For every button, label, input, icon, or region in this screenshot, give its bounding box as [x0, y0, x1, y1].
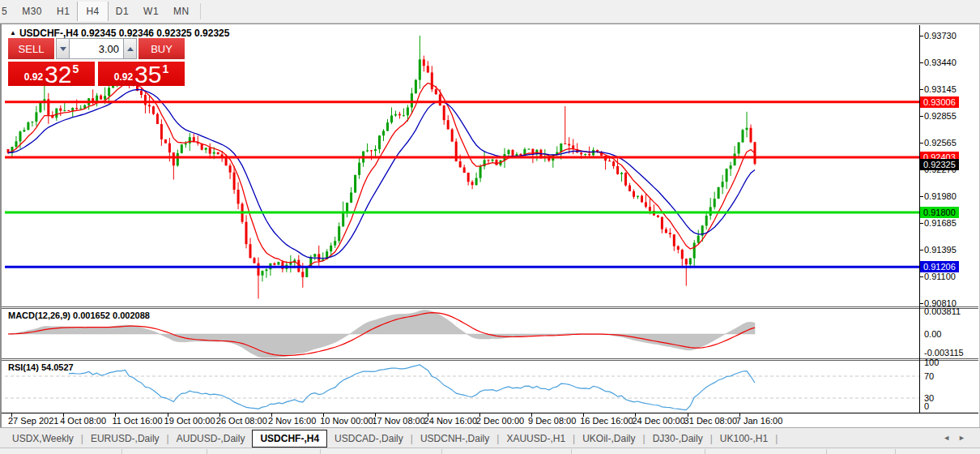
price-badge: 0.91800: [920, 207, 959, 218]
timeframe-button-5[interactable]: 5: [0, 2, 15, 21]
one-click-trade-panel: SELL BUY 0.92 32 5 0.92 35 1: [8, 38, 185, 86]
price-badge: 0.92325: [920, 159, 959, 170]
chart-tab-ukoil-daily[interactable]: UKOil-,Daily: [575, 430, 642, 448]
panel-separator[interactable]: [2, 360, 978, 361]
price-tick: [919, 223, 923, 224]
time-axis: 27 Sep 20214 Oct 08:0011 Oct 16:0019 Oct…: [2, 414, 978, 428]
status-bar: [0, 448, 980, 454]
timeframe-toolbar: 5M30H1H4D1W1MN: [0, 0, 980, 24]
time-tick-label: 10 Nov 00:00: [320, 416, 373, 426]
sell-price-small: 0.92: [24, 71, 43, 83]
panel-separator[interactable]: [2, 306, 978, 307]
time-tick-label: 27 Sep 2021: [8, 416, 58, 426]
status-cell-divider: [895, 449, 896, 454]
time-tick-label: 9 Dec 08:00: [528, 416, 576, 426]
rsi-tick-label: 0: [924, 401, 929, 411]
time-tick-label: 24 Dec 00:00: [632, 416, 684, 426]
macd-tick-label: 0.003811: [924, 306, 961, 316]
panel-separator[interactable]: [2, 308, 978, 309]
time-tick-label: 11 Oct 16:00: [112, 416, 162, 426]
chart-tab-audusd-daily[interactable]: AUDUSD-,Daily: [169, 430, 253, 448]
status-cell-divider: [207, 449, 207, 454]
lots-increase-button[interactable]: [123, 38, 137, 59]
arrow-down-icon: [60, 47, 66, 51]
buy-price-sup: 1: [162, 62, 168, 75]
sell-price-sup: 5: [72, 62, 79, 75]
price-tick: [919, 143, 923, 143]
price-badge: 0.93006: [920, 96, 959, 108]
buy-price-small: 0.92: [114, 71, 133, 83]
rsi-tick-label: 70: [924, 371, 934, 381]
lots-decrease-button[interactable]: [56, 38, 70, 59]
status-cell-divider: [705, 449, 705, 454]
timeframe-button-d1[interactable]: D1: [109, 2, 136, 21]
chart-tab-eurusd-daily[interactable]: EURUSD-,Daily: [83, 430, 167, 448]
time-tick-label: 24 Nov 16:00: [424, 416, 477, 426]
chart-tab-usdchf-h4[interactable]: USDCHF-,H4: [252, 430, 327, 448]
price-tick-label: 0.93730: [924, 31, 957, 41]
price-badge: 0.91206: [920, 261, 959, 272]
timeframe-button-h4[interactable]: H4: [77, 2, 108, 21]
sell-button[interactable]: SELL: [8, 38, 54, 59]
chart-tab-usdx-weekly[interactable]: USDX,Weekly: [5, 430, 81, 448]
tab-scroll-left-icon[interactable]: ◄: [943, 434, 958, 442]
time-tick-label: 26 Oct 08:00: [216, 416, 267, 426]
timeframe-button-h1[interactable]: H1: [49, 2, 77, 21]
timeframe-button-w1[interactable]: W1: [136, 2, 166, 21]
buy-button[interactable]: BUY: [138, 38, 185, 59]
status-cell-divider: [121, 449, 122, 454]
status-cell-divider: [320, 449, 321, 454]
collapse-icon[interactable]: ▲: [10, 29, 16, 36]
time-tick-label: 7 Jan 16:00: [736, 416, 783, 426]
price-tick-label: 0.92565: [924, 138, 957, 148]
chart-tab-usdcnh-daily[interactable]: USDCNH-,Daily: [413, 430, 496, 448]
timeframe-button-m30[interactable]: M30: [15, 2, 49, 21]
arrow-up-icon: [127, 47, 134, 51]
price-tick-label: 0.93440: [924, 58, 957, 67]
time-tick-label: 4 Oct 08:00: [60, 416, 106, 426]
time-tick-label: 2 Dec 00:00: [476, 416, 524, 426]
time-tick-label: 17 Nov 08:00: [372, 416, 424, 426]
buy-price-box[interactable]: 0.92 35 1: [98, 62, 185, 86]
sell-price-box[interactable]: 0.92 32 5: [8, 62, 95, 86]
buy-price-big: 35: [134, 64, 161, 85]
price-tick: [919, 89, 923, 90]
time-tick-label: 2 Nov 16:00: [268, 416, 316, 426]
status-cell-divider: [441, 449, 442, 454]
timeframe-button-mn[interactable]: MN: [166, 2, 197, 21]
price-tick: [919, 62, 923, 63]
lots-input[interactable]: [70, 38, 123, 59]
chart-tab-usdcad-daily[interactable]: USDCAD-,Daily: [327, 430, 411, 448]
price-tick: [919, 250, 923, 251]
chart-tab-uk100-h1[interactable]: UK100-,H1: [713, 430, 775, 448]
tab-divider: |: [775, 433, 778, 444]
price-tick: [919, 116, 923, 117]
macd-label: MACD(12,26,9) 0.001652 0.002088: [8, 311, 150, 320]
chart-tab-dj30-daily[interactable]: DJ30-,Daily: [646, 430, 710, 448]
status-cell-divider: [826, 449, 827, 454]
panel-separator[interactable]: [2, 358, 978, 359]
status-cell-divider: [571, 449, 572, 454]
sell-price-big: 32: [45, 64, 71, 85]
tab-scroll-right-icon[interactable]: ►: [958, 434, 974, 442]
chart-window: 0.937300.934400.931450.928550.925650.922…: [0, 24, 980, 427]
price-tick: [919, 276, 923, 277]
macd-tick-label: 0.00: [924, 329, 941, 339]
time-tick-label: 16 Dec 16:00: [580, 416, 633, 426]
chart-title: ▲USDCHF-,H4 0.92345 0.92346 0.92325 0.92…: [10, 28, 229, 39]
chart-tab-xauusd-h1[interactable]: XAUUSD-,H1: [499, 430, 573, 448]
price-tick: [919, 36, 923, 36]
price-tick-label: 0.92855: [924, 111, 957, 121]
time-tick-label: 31 Dec 08:00: [684, 416, 737, 426]
time-axis-line: [2, 413, 978, 413]
price-tick-label: 0.91100: [924, 272, 956, 281]
chart-title-text: USDCHF-,H4 0.92345 0.92346 0.92325 0.923…: [19, 28, 230, 39]
time-tick-label: 19 Oct 00:00: [164, 416, 215, 426]
price-tick-label: 0.91980: [924, 191, 957, 201]
price-tick: [919, 196, 923, 197]
price-tick-label: 0.91685: [924, 218, 957, 228]
rsi-label: RSI(14) 54.0527: [8, 362, 74, 372]
toolbar-divider: [200, 3, 201, 19]
rsi-panel-canvas[interactable]: [5, 360, 919, 412]
macd-tick-label: -0.003115: [924, 348, 964, 358]
